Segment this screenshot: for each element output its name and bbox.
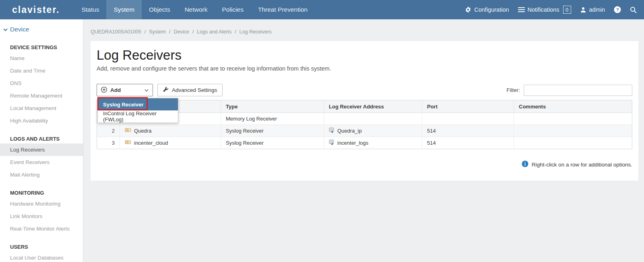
breadcrumb: QUEDRA100SA01005/ System/ Device/ Logs a… [91, 29, 638, 35]
top-navbar: clavister. Status System Objects Network… [0, 0, 644, 19]
sidebar-section-device-settings: DEVICE SETTINGS Name Date and Time DNS R… [0, 41, 83, 127]
nav-item-label: Objects [149, 6, 170, 13]
cell-address: 4 Quedra_ip [324, 125, 422, 137]
notifications-button[interactable]: Notifications 0 [518, 6, 571, 14]
sidebar-item-hardware-monitoring[interactable]: Hardware Monitoring [0, 198, 83, 210]
breadcrumb-device[interactable]: Device [173, 29, 189, 35]
page-subtitle: Add, remove and configure the servers th… [97, 65, 632, 72]
sidebar-item-local-user-databases[interactable]: Local User Databases [0, 252, 83, 262]
sidebar-item-name[interactable]: Name [0, 52, 83, 64]
user-menu-button[interactable]: admin [580, 6, 605, 13]
sidebar-item-remote-management[interactable]: Remote Management [0, 89, 83, 102]
cell-comments [514, 125, 632, 137]
dropdown-item-syslog-receiver[interactable]: Syslog Receiver [98, 98, 178, 110]
sidebar-item-log-receivers[interactable]: Log Receivers [0, 143, 83, 156]
log-receiver-object-icon [125, 140, 131, 146]
cell-port: 514 [422, 125, 514, 137]
help-button[interactable]: ? [614, 6, 621, 13]
sidebar-item-mail-alerting[interactable]: Mail Alerting [0, 168, 83, 181]
column-header-port: Port [422, 100, 514, 113]
sidebar-item-high-availability[interactable]: High Availability [0, 114, 83, 127]
sidebar-item-date-and-time[interactable]: Date and Time [0, 64, 83, 77]
cell-address-text: Quedra_ip [337, 128, 362, 134]
nav-item-label: Network [185, 6, 208, 13]
sidebar-root-device[interactable]: Device [0, 19, 83, 35]
notification-count-badge: 0 [563, 6, 571, 14]
log-receivers-card: Log Receivers Add, remove and configure … [91, 41, 638, 181]
configuration-button[interactable]: Configuration [465, 6, 509, 13]
filter-wrap: Filter: [506, 85, 632, 96]
gear-icon [465, 6, 471, 13]
filter-input[interactable] [524, 85, 632, 96]
dropdown-item-incontrol-log-receiver[interactable]: InControl Log Receiver (FWLog) [98, 110, 178, 123]
column-header-comments: Comments [514, 100, 632, 113]
user-icon [580, 6, 586, 13]
breadcrumb-system[interactable]: System [149, 29, 166, 35]
search-button[interactable] [630, 6, 637, 13]
svg-text:4: 4 [331, 130, 333, 133]
nav-item-label: Status [81, 6, 99, 13]
section-title: LOGS AND ALERTS [0, 133, 83, 143]
sidebar-section-logs-and-alerts: LOGS AND ALERTS Log Receivers Event Rece… [0, 133, 83, 181]
chevron-down-icon [144, 87, 149, 93]
section-title: USERS [0, 241, 83, 252]
sidebar-item-real-time-monitor-alerts[interactable]: Real-Time Monitor Alerts [0, 222, 83, 235]
cell-address [324, 113, 422, 125]
breadcrumb-separator: / [235, 29, 236, 35]
info-icon [522, 160, 528, 168]
cell-type: Syslog Receiver [221, 125, 324, 137]
advanced-settings-button[interactable]: Advanced Settings [157, 84, 223, 96]
advanced-settings-label: Advanced Settings [172, 87, 217, 93]
breadcrumb-logs-and-alerts[interactable]: Logs and Alerts [197, 29, 231, 35]
sidebar-item-dns[interactable]: DNS [0, 77, 83, 89]
section-title: MONITORING [0, 187, 83, 198]
nav-item-system[interactable]: System [106, 0, 142, 19]
configuration-label: Configuration [474, 6, 509, 13]
navbar-right: Configuration Notifications 0 admin ? [465, 0, 644, 19]
nav-item-status[interactable]: Status [74, 0, 106, 19]
cell-comments [514, 113, 632, 125]
plus-circle-icon [101, 87, 107, 94]
ipv4-address-icon: 4 [329, 139, 334, 146]
cell-comments [514, 137, 632, 149]
breadcrumb-device-name[interactable]: QUEDRA100SA01005 [91, 29, 141, 35]
sidebar-item-event-receivers[interactable]: Event Receivers [0, 156, 83, 168]
add-button[interactable]: Add [97, 84, 153, 96]
svg-text:?: ? [616, 7, 619, 12]
cell-name: incenter_cloud [120, 137, 221, 149]
sidebar-item-local-management[interactable]: Local Management [0, 102, 83, 114]
nav-item-threat-prevention[interactable]: Threat Prevention [251, 0, 315, 19]
breadcrumb-log-receivers[interactable]: Log Receivers [239, 29, 272, 35]
breadcrumb-separator: / [192, 29, 194, 35]
nav-item-objects[interactable]: Objects [142, 0, 178, 19]
search-icon [630, 6, 637, 13]
table-row-quedra[interactable]: 2 Quedra Syslog Receiver 4 [97, 125, 632, 137]
cell-port [422, 113, 514, 125]
nav-item-network[interactable]: Network [178, 0, 215, 19]
right-click-hint: Right-click on a row for additional opti… [97, 160, 632, 168]
nav-item-label: System [114, 6, 134, 13]
table-row-incenter-cloud[interactable]: 3 incenter_cloud Syslog Receiver [97, 137, 632, 149]
section-title: DEVICE SETTINGS [0, 41, 83, 52]
nav-item-label: Policies [222, 6, 244, 13]
cell-name: Quedra [120, 125, 221, 137]
cell-name-text: Quedra [134, 128, 151, 134]
toolbar: Add Syslog Receiver InControl Log Receiv… [97, 84, 632, 96]
main-content: QUEDRA100SA01005/ System/ Device/ Logs a… [83, 19, 644, 262]
add-button-label: Add [110, 87, 121, 93]
sidebar-item-link-monitors[interactable]: Link Monitors [0, 210, 83, 222]
breadcrumb-separator: / [169, 29, 170, 35]
logo-text: clavister. [12, 4, 60, 15]
cell-type: Syslog Receiver [221, 137, 324, 149]
column-header-address: Log Receiver Address [324, 100, 422, 113]
notifications-label: Notifications [528, 6, 559, 13]
nav-item-policies[interactable]: Policies [215, 0, 251, 19]
dropdown-item-label: InControl Log Receiver (FWLog) [103, 110, 173, 123]
chevron-down-icon [3, 26, 8, 33]
main-menu: Status System Objects Network Policies T… [74, 0, 315, 19]
cell-name-text: incenter_cloud [134, 140, 168, 146]
breadcrumb-separator: / [144, 29, 146, 35]
sidebar-section-monitoring: MONITORING Hardware Monitoring Link Moni… [0, 187, 83, 235]
username-label: admin [589, 6, 605, 13]
log-receiver-object-icon [125, 128, 131, 134]
